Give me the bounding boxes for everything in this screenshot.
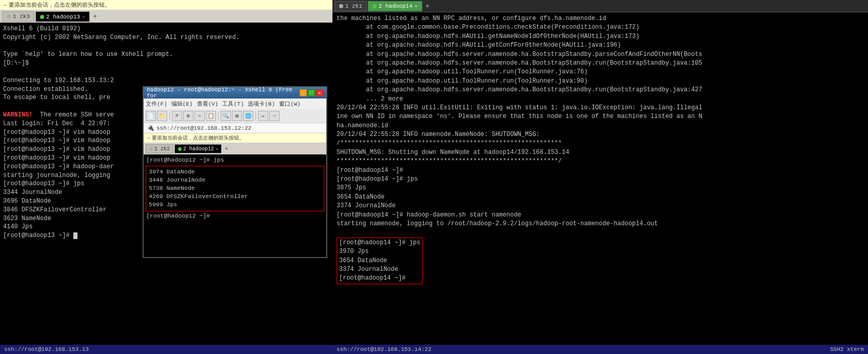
toolbar-btn-9[interactable]: → xyxy=(269,111,280,121)
menu-tools[interactable]: 工具(T) xyxy=(222,100,244,108)
menu-file[interactable]: 文件(F) xyxy=(146,100,167,108)
float-tab-close-icon[interactable]: ✕ xyxy=(215,146,218,152)
menu-tabs[interactable]: 选项卡(B) xyxy=(248,100,275,108)
right-highlighted-content: [root@hadoop14 ~]# jps 3970 Jps 3654 Dat… xyxy=(339,239,420,282)
left-tab-hadoop13[interactable]: 2 hadoop13 ✕ xyxy=(35,11,90,22)
jps-highlight-box: [root@hadoop14 ~]# jps 3970 Jps 3654 Dat… xyxy=(337,238,423,284)
right-tab-add-button[interactable]: + xyxy=(423,2,431,10)
float-window-controls: _ □ ✕ xyxy=(300,89,323,96)
float-tab-zk2-label: 1 zk2 xyxy=(154,146,170,152)
float-toolbar: 📄 📁 ≡ ⊕ ✂ 📋 🔍 ⊠ 🌐 ✏ → xyxy=(144,109,326,123)
toolbar-separator-2 xyxy=(218,111,219,121)
left-connection-status: ssh://root@192.168.153.13 xyxy=(4,346,89,352)
toolbar-open-btn[interactable]: 📁 xyxy=(157,111,167,121)
arrow-icon: → xyxy=(3,2,7,8)
left-final-prompt: [root@hadoop13 ~]# xyxy=(3,232,73,239)
toolbar-btn-1[interactable]: ≡ xyxy=(172,111,182,121)
warning-text: WARNING! xyxy=(3,111,33,119)
toolbar-btn-6[interactable]: ⊠ xyxy=(232,111,242,121)
left-tab-bar: 1 zk3 2 hadoop13 ✕ + xyxy=(0,10,332,23)
cursor-icon xyxy=(73,232,77,239)
left-status-bar: ssh://root@192.168.153.13 xyxy=(0,345,332,354)
float-notice: → 要添加当前会话，点击左侧的箭头按钮。 xyxy=(144,133,326,143)
left-notice-text: 要添加当前会话，点击左侧的箭头按钮。 xyxy=(9,1,110,9)
right-terminal-content: the machines listed as an NN RPC address… xyxy=(337,15,702,227)
float-tab-hadoop12[interactable]: 2 hadoop12 ✕ xyxy=(174,144,222,153)
menu-view[interactable]: 查看(V) xyxy=(197,100,219,108)
toolbar-btn-3[interactable]: ✂ xyxy=(194,111,205,121)
toolbar-btn-7[interactable]: 🌐 xyxy=(243,111,253,121)
tab-dot-icon xyxy=(149,147,153,151)
menu-edit[interactable]: 编辑(E) xyxy=(171,100,193,108)
float-tab-hadoop12-label: 2 hadoop12 xyxy=(183,146,214,152)
tab-dot-icon xyxy=(7,14,11,18)
close-button[interactable]: ✕ xyxy=(316,89,323,96)
float-addr-text: ssh://root@192.168.153.12:22 xyxy=(156,125,251,131)
right-terminal: the machines listed as an NN RPC address… xyxy=(332,12,868,345)
tab-close-icon[interactable]: ✕ xyxy=(415,3,418,9)
float-tab-add-button[interactable]: + xyxy=(223,145,230,153)
float-tab-bar: 1 zk2 2 hadoop12 ✕ + xyxy=(144,143,326,154)
toolbar-new-btn[interactable]: 📄 xyxy=(146,111,156,121)
float-menubar: 文件(F) 编辑(E) 查看(V) 工具(T) 选项卡(B) 窗口(W) xyxy=(144,99,326,109)
tab-dot-icon xyxy=(40,15,44,19)
float-jps-output: 3974 DataNode 3448 JournalNode 5738 Name… xyxy=(148,167,322,209)
maximize-button[interactable]: □ xyxy=(308,89,315,96)
right-tab-zk1-label: 1 zk1 xyxy=(345,3,362,9)
right-tab-zk1[interactable]: 1 zk1 xyxy=(334,1,367,11)
float-window-title: hadoop12 - root@hadoop12:~ - Xshell 6 (F… xyxy=(147,87,300,99)
right-tab-hadoop14-label: 2 hadoop14 xyxy=(379,3,412,9)
float-terminal: [root@hadoop12 ~]# jps xyxy=(144,154,326,166)
toolbar-separator-3 xyxy=(255,111,256,121)
right-final-prompt: [root@hadoop14 ~]# xyxy=(339,274,409,282)
right-tab-hadoop14[interactable]: 2 hadoop14 ✕ xyxy=(368,1,422,11)
float-window-hadoop12: hadoop12 - root@hadoop12:~ - Xshell 6 (F… xyxy=(143,86,327,258)
minimize-button[interactable]: _ xyxy=(300,89,307,96)
toolbar-separator xyxy=(169,111,170,121)
float-tab-zk2[interactable]: 1 zk2 xyxy=(146,144,173,153)
right-panel: 1 zk1 2 hadoop14 ✕ + the machines listed… xyxy=(332,0,868,354)
right-connection-type: SSH2 xterm xyxy=(830,346,864,352)
left-tab-hadoop13-label: 2 hadoop13 xyxy=(46,14,80,20)
connection-icon: 🔌 xyxy=(147,124,154,132)
toolbar-btn-2[interactable]: ⊕ xyxy=(183,111,193,121)
right-status-bar: ssh://root@192.168.153.14:22 SSH2 xterm xyxy=(332,345,868,354)
notice-arrow-icon: → xyxy=(147,135,150,141)
left-tab-zk3-label: 1 zk3 xyxy=(13,13,30,19)
toolbar-btn-4[interactable]: 📋 xyxy=(206,111,216,121)
float-addr-bar: 🔌 ssh://root@192.168.153.12:22 xyxy=(144,123,326,133)
right-tab-bar: 1 zk1 2 hadoop14 ✕ + xyxy=(332,0,868,12)
tab-dot-icon xyxy=(178,147,182,151)
float-final-prompt: [root@hadoop12 ~]# xyxy=(144,211,326,221)
tab-close-icon[interactable]: ✕ xyxy=(82,14,85,20)
tab-dot-icon xyxy=(339,4,343,8)
float-titlebar: hadoop12 - root@hadoop12:~ - Xshell 6 (F… xyxy=(144,87,326,99)
tab-add-button[interactable]: + xyxy=(91,12,99,21)
toolbar-btn-5[interactable]: 🔍 xyxy=(221,111,231,121)
left-tab-zk3[interactable]: 1 zk3 xyxy=(2,11,34,22)
right-connection-status: ssh://root@192.168.153.14:22 xyxy=(337,346,431,352)
tab-dot-icon xyxy=(372,4,377,8)
float-notice-text: 要添加当前会话，点击左侧的箭头按钮。 xyxy=(152,134,244,142)
menu-window[interactable]: 窗口(W) xyxy=(279,100,301,108)
float-terminal-wrapper: [root@hadoop12 ~]# jps 3974 DataNode 344… xyxy=(144,154,326,257)
toolbar-btn-8[interactable]: ✏ xyxy=(258,111,268,121)
float-jps-highlight: 3974 DataNode 3448 JournalNode 5738 Name… xyxy=(146,166,324,211)
